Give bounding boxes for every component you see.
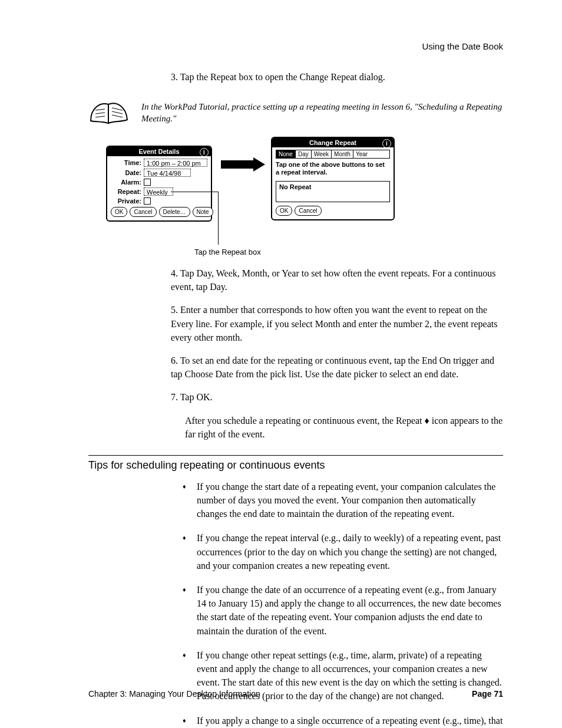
step-4: 4. Tap Day, Week, Month, or Year to set … — [171, 266, 503, 294]
alarm-label: Alarm: — [111, 179, 144, 186]
arrow-icon — [221, 157, 265, 172]
step-5: 5. Enter a number that corresponds to ho… — [171, 303, 503, 344]
repeat-year-button[interactable]: Year — [353, 150, 370, 158]
cancel-button[interactable]: Cancel — [130, 207, 156, 217]
repeat-week-button[interactable]: Week — [312, 150, 332, 158]
repeat-none-button[interactable]: None — [276, 150, 296, 158]
event-details-dialog: Event Details i Time: 1:00 pm – 2:00 pm … — [106, 146, 212, 222]
time-field[interactable]: 1:00 pm – 2:00 pm — [144, 159, 207, 167]
callout-line — [171, 192, 218, 192]
date-label: Date: — [111, 169, 144, 176]
tutorial-caption: In the WorkPad Tutorial, practice settin… — [141, 101, 503, 125]
footer-chapter: Chapter 3: Managing Your Desktop Informa… — [88, 689, 260, 699]
tip-item: If you change the start date of a repeat… — [183, 480, 503, 521]
repeat-instruction: Tap one of the above buttons to set a re… — [276, 161, 390, 176]
change-repeat-title: Change Repeat i — [272, 138, 394, 147]
change-repeat-dialog: Change Repeat i None Day Week Month Year… — [271, 137, 395, 220]
tips-heading: Tips for scheduling repeating or continu… — [88, 455, 503, 472]
time-label: Time: — [111, 159, 144, 166]
ok-button[interactable]: OK — [111, 207, 127, 217]
private-checkbox[interactable] — [144, 197, 151, 205]
figure: Event Details i Time: 1:00 pm – 2:00 pm … — [106, 137, 503, 261]
step-3: 3. Tap the Repeat box to open the Change… — [171, 72, 503, 83]
private-label: Private: — [111, 197, 144, 205]
after-ok-text: After you schedule a repeating or contin… — [185, 414, 503, 441]
callout-text: Tap the Repeat box — [194, 248, 261, 257]
open-book-icon — [88, 97, 130, 128]
date-field[interactable]: Tue 4/14/98 — [144, 169, 191, 177]
step-6: 6. To set an end date for the repeating … — [171, 354, 503, 381]
tip-item: If you apply a change to a single occurr… — [183, 714, 503, 729]
repeat-label: Repeat: — [111, 188, 144, 195]
delete-button[interactable]: Delete… — [159, 207, 190, 217]
repeat-segment-group: None Day Week Month Year — [276, 150, 390, 159]
repeat-month-button[interactable]: Month — [332, 150, 353, 158]
repeat-cancel-button[interactable]: Cancel — [295, 206, 321, 216]
footer-page-number: Page 71 — [472, 689, 503, 699]
repeat-summary-box: No Repeat — [276, 181, 390, 202]
page-header: Using the Date Book — [88, 41, 503, 51]
event-details-title: Event Details i — [107, 147, 211, 156]
info-icon[interactable]: i — [382, 139, 391, 148]
repeat-ok-button[interactable]: OK — [276, 206, 292, 216]
callout-line — [218, 192, 219, 245]
tip-item: If you change the repeat interval (e.g.,… — [183, 531, 503, 572]
repeat-day-button[interactable]: Day — [296, 150, 312, 158]
note-button[interactable]: Note — [193, 207, 213, 217]
alarm-checkbox[interactable] — [144, 179, 151, 186]
step-7: 7. Tap OK. — [171, 390, 503, 404]
page-footer: Chapter 3: Managing Your Desktop Informa… — [88, 689, 503, 699]
repeat-field[interactable]: Weekly — [144, 187, 173, 196]
tip-item: If you change the date of an occurrence … — [183, 583, 503, 638]
info-icon[interactable]: i — [200, 148, 209, 157]
